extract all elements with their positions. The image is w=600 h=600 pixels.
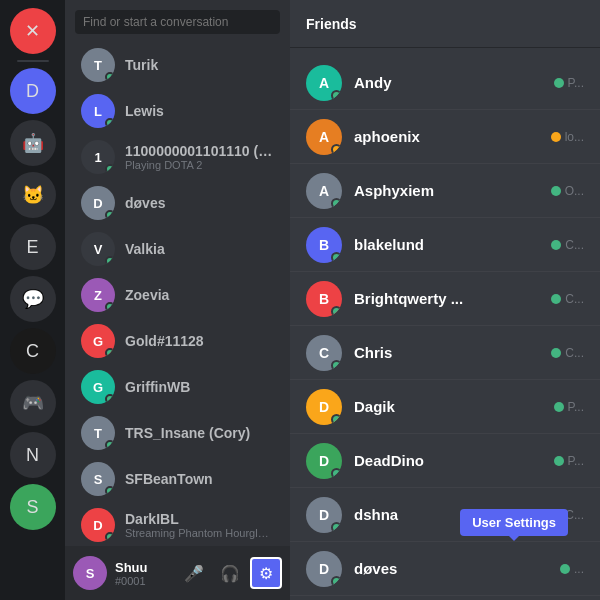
friend-status-right: C... <box>551 346 584 360</box>
dm-list-item[interactable]: VValkia <box>71 226 284 272</box>
friend-name: Dagik <box>354 398 542 415</box>
dm-item-avatar: D <box>81 508 115 542</box>
dm-list-item[interactable]: TTurik <box>71 42 284 88</box>
status-dot <box>105 210 115 220</box>
dm-items-list: TTurikLLewis11100000001101110 (CO...Play… <box>65 42 290 546</box>
server-sidebar: ✕D🤖🐱E💬C🎮NS <box>0 0 65 600</box>
dm-list-item[interactable]: LLewis <box>71 88 284 134</box>
server-icon-s5[interactable]: E <box>10 224 56 270</box>
friend-list-item[interactable]: BBrightqwerty ...C... <box>290 272 600 326</box>
dm-list-item[interactable]: ZZoevia <box>71 272 284 318</box>
app-container: ✕D🤖🐱E💬C🎮NS TTurikLLewis11100000001101110… <box>0 0 600 600</box>
mic-icon[interactable]: 🎤 <box>178 557 210 589</box>
server-icon-s10[interactable]: S <box>10 484 56 530</box>
friend-name: aphoenix <box>354 128 539 145</box>
dm-item-avatar: G <box>81 324 115 358</box>
friend-status-dot <box>331 522 342 533</box>
dm-item-info: 1100000001101110 (CO...Playing DOTA 2 <box>125 143 274 171</box>
friend-list-item[interactable]: DDagikP... <box>290 380 600 434</box>
server-icon-s8[interactable]: 🎮 <box>10 380 56 426</box>
friend-status-label: lo... <box>565 130 584 144</box>
friend-name: blakelund <box>354 236 539 253</box>
dm-list-item[interactable]: DDarkIBLStreaming Phantom Hourglass w... <box>71 502 284 546</box>
dm-item-info: Lewis <box>125 103 274 119</box>
friend-info: Chris <box>354 344 539 361</box>
server-icon-s6[interactable]: 💬 <box>10 276 56 322</box>
dm-item-name: Valkia <box>125 241 274 257</box>
dm-list-item[interactable]: SSFBeanTown <box>71 456 284 502</box>
server-icon-s3[interactable]: 🤖 <box>10 120 56 166</box>
friend-info: Dagik <box>354 398 542 415</box>
friend-status-label: P... <box>568 400 584 414</box>
dm-list-item[interactable]: GGold#11128 <box>71 318 284 364</box>
dm-item-info: Zoevia <box>125 287 274 303</box>
friend-list-item[interactable]: BblakelundC... <box>290 218 600 272</box>
user-area: S Shuu #0001 🎤 🎧 ⚙ User Settings <box>65 546 290 600</box>
dm-list-item[interactable]: 11100000001101110 (CO...Playing DOTA 2 <box>71 134 284 180</box>
dm-search-input[interactable] <box>75 10 280 34</box>
friend-status-right: P... <box>554 76 584 90</box>
friend-status-label: C... <box>565 238 584 252</box>
status-dot <box>105 440 115 450</box>
headphones-icon[interactable]: 🎧 <box>214 557 246 589</box>
friend-status-indicator <box>551 240 561 250</box>
friend-name: døves <box>354 560 548 577</box>
friend-list-item[interactable]: Ddøves... <box>290 542 600 596</box>
friend-avatar: A <box>306 173 342 209</box>
friend-status-dot <box>331 252 342 263</box>
friend-list-item[interactable]: Aaphoenixlo... <box>290 110 600 164</box>
friend-status-dot <box>331 414 342 425</box>
dm-item-info: døves <box>125 195 274 211</box>
dm-item-avatar: V <box>81 232 115 266</box>
friend-name: Andy <box>354 74 542 91</box>
dm-item-avatar: D <box>81 186 115 220</box>
dm-item-name: GriffinWB <box>125 379 274 395</box>
server-icon-s4[interactable]: 🐱 <box>10 172 56 218</box>
friend-list-item[interactable]: AAsphyxiemO... <box>290 164 600 218</box>
status-dot <box>105 486 115 496</box>
friend-avatar: B <box>306 281 342 317</box>
server-icon-s9[interactable]: N <box>10 432 56 478</box>
friend-status-right: P... <box>554 454 584 468</box>
friend-status-label: C... <box>565 292 584 306</box>
status-dot <box>105 164 115 174</box>
server-icon-s7[interactable]: C <box>10 328 56 374</box>
friend-status-right: ... <box>560 562 584 576</box>
dm-item-name: TRS_Insane (Cory) <box>125 425 274 441</box>
friend-list-item[interactable]: AAndyP... <box>290 56 600 110</box>
server-icon-s1[interactable]: ✕ <box>10 8 56 54</box>
dm-search-container <box>65 0 290 42</box>
friend-status-indicator <box>551 348 561 358</box>
friend-status-indicator <box>554 456 564 466</box>
dm-item-info: Turik <box>125 57 274 73</box>
server-icon-s2[interactable]: D <box>10 68 56 114</box>
friend-name: DeadDino <box>354 452 542 469</box>
friend-avatar: A <box>306 65 342 101</box>
friend-status-right: C... <box>551 238 584 252</box>
dm-list-item[interactable]: Ddøves <box>71 180 284 226</box>
status-dot <box>105 256 115 266</box>
friend-status-right: C... <box>551 292 584 306</box>
dm-item-name: Gold#11128 <box>125 333 274 349</box>
friend-status-dot <box>331 576 342 587</box>
current-user-avatar: S <box>73 556 107 590</box>
friend-status-dot <box>331 468 342 479</box>
status-dot <box>105 302 115 312</box>
panel-header: Friends <box>290 0 600 48</box>
dm-list-item[interactable]: GGriffinWB <box>71 364 284 410</box>
friend-status-dot <box>331 144 342 155</box>
dm-list-item[interactable]: TTRS_Insane (Cory) <box>71 410 284 456</box>
friend-status-label: C... <box>565 346 584 360</box>
friend-status-indicator <box>554 78 564 88</box>
dm-item-name: 1100000001101110 (CO... <box>125 143 274 159</box>
current-user-tag: #0001 <box>115 575 170 587</box>
friend-status-dot <box>331 360 342 371</box>
user-settings-icon[interactable]: ⚙ <box>250 557 282 589</box>
friend-list-item[interactable]: CChrisC... <box>290 326 600 380</box>
friend-avatar: D <box>306 389 342 425</box>
friend-info: blakelund <box>354 236 539 253</box>
friend-status-indicator <box>551 132 561 142</box>
dm-item-avatar: T <box>81 416 115 450</box>
friend-status-dot <box>331 306 342 317</box>
friend-list-item[interactable]: DDeadDinoP... <box>290 434 600 488</box>
